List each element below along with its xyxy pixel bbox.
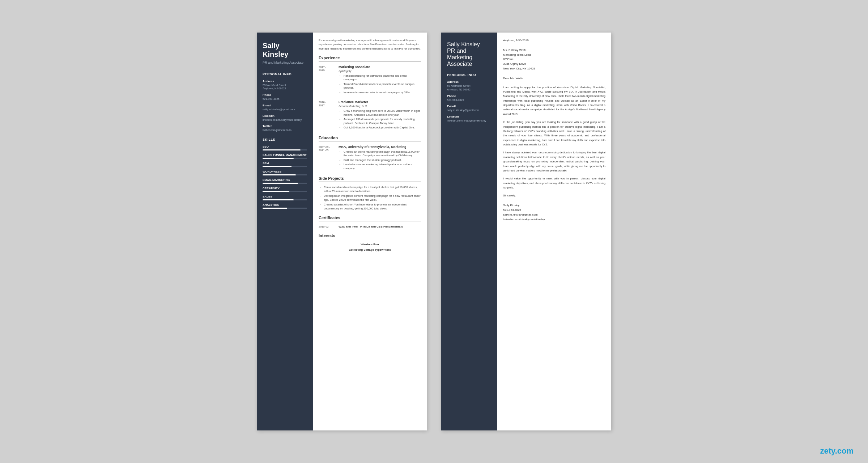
cert-name-1: W3C and Intel - HTML5 and CSS Fundamenta… xyxy=(339,225,403,228)
cover-phone-label: Phone xyxy=(447,94,492,98)
cover-paragraph-1: I am writing to apply for the position o… xyxy=(503,85,605,117)
side-project-item: Developed an integrated content marketin… xyxy=(324,194,421,202)
twitter-value: twitter.com/jaimesecada xyxy=(263,128,307,132)
side-projects-section-title: Side Projects xyxy=(319,176,421,182)
interest-item-1: Warriors Run xyxy=(319,243,421,246)
cover-letter-document: Sally Kinsley PR and Marketing Associate… xyxy=(441,33,611,430)
linkedin-value: linkedin.com/in/sallymariekinsley xyxy=(263,118,307,122)
cover-paragraph-2: In the job listing, you say you are look… xyxy=(503,120,605,147)
cover-date: Anytown, 1/30/2019 xyxy=(503,38,605,43)
recipient-address1: 3035 Ogilvy Drive xyxy=(503,62,526,65)
edu-dates-1: 2007-09 -2011-05 xyxy=(319,145,339,171)
skill-sem: SEM xyxy=(263,162,307,167)
skill-seo: SEO xyxy=(263,145,307,150)
exp-content-2: Freelance Marketer Secada Marketing, LLC… xyxy=(339,100,421,131)
cover-phone-value: 521-963-4825 xyxy=(447,98,492,102)
cover-closing: Sincerely, xyxy=(503,194,605,198)
interest-item-2: Collecting Vintage Typewriters xyxy=(319,248,421,251)
skill-sales: SALES xyxy=(263,195,307,200)
address-label: Address xyxy=(263,80,307,83)
cover-linkedin-value: linkedin.com/in/sallymariekinsley xyxy=(447,119,492,123)
skill-creativity: CREATIVITY xyxy=(263,187,307,192)
zety-branding: zety.com xyxy=(820,446,854,456)
phone-value: 521-963-4825 xyxy=(263,97,307,101)
edu-content-1: MBA, University of Pennsylvania, Marketi… xyxy=(339,145,421,171)
cover-name: Sally Kinsley xyxy=(447,41,492,48)
cover-recipient: Ms. Brittany Wolfe Marketing Team Lead X… xyxy=(503,48,605,71)
exp-title-2: Freelance Marketer xyxy=(339,100,421,104)
zety-logo-text: zety.com xyxy=(820,446,854,455)
education-section-title: Education xyxy=(319,136,421,141)
bullet: Averaged 250 downloads per episode for w… xyxy=(344,118,421,125)
bullet: Handled branding for distributed platfor… xyxy=(344,74,421,82)
exp-dates-2: 2016 -2017 xyxy=(319,100,339,131)
twitter-label: Twitter xyxy=(263,124,307,128)
cover-paragraph-4: I would value the opportunity to meet wi… xyxy=(503,177,605,190)
cover-salutation: Dear Ms. Wolfe: xyxy=(503,76,605,81)
email-value: sally.m.kinsley@gmail.com xyxy=(263,108,307,111)
sig-phone: 521-963-4825 xyxy=(503,208,605,213)
email-label: E-mail xyxy=(263,104,307,107)
cover-address-label: Address xyxy=(447,80,492,84)
skill-sales-funnel: SALES FUNNEL MANAGEMENT xyxy=(263,153,307,159)
documents-container: Sally Kinsley PR and Marketing Associate… xyxy=(257,33,611,430)
linkedin-label: LinkedIn xyxy=(263,114,307,118)
recipient-company: XYZ Inc. xyxy=(503,58,514,61)
cover-address-value: 59 Northfield StreetAnytown, NJ 06022 xyxy=(447,84,492,92)
cover-main: Anytown, 1/30/2019 Ms. Brittany Wolfe Ma… xyxy=(497,33,611,430)
side-project-item: Ran a social media ad campaign for a loc… xyxy=(324,186,421,193)
skill-email-marketing: EMAIL MARKETING xyxy=(263,178,307,184)
cover-title: PR and Marketing Associate xyxy=(447,48,492,67)
edu-bullets-1: Created an online marketing campaign tha… xyxy=(339,150,421,171)
exp-company-1: Spintegrity xyxy=(339,69,421,73)
phone-label: Phone xyxy=(263,93,307,97)
cover-paragraph-3: I have always admired your uncompromisin… xyxy=(503,150,605,173)
cover-signature: Sally Kinsley 521-963-4825 sally.m.kinsl… xyxy=(503,203,605,222)
certificates-section-title: Certificates xyxy=(319,216,421,221)
exp-company-2: Secada Marketing, LLC xyxy=(339,105,421,108)
bullet: Built and managed the student geology po… xyxy=(344,158,421,162)
cover-sidebar: Sally Kinsley PR and Marketing Associate… xyxy=(441,33,497,430)
bullet: Landed a summer marketing internship at … xyxy=(344,163,421,170)
side-projects-list: Ran a social media ad campaign for a loc… xyxy=(319,186,421,211)
bullet: Grew a marketing blog from zero to 25,00… xyxy=(344,109,421,117)
skill-analytics: ANALYTICS xyxy=(263,203,307,209)
recipient-name: Ms. Brittany Wolfe xyxy=(503,48,527,52)
experience-item-1: 2017 -2019 Marketing Associate Spintegri… xyxy=(319,65,421,95)
interests-section-title: Interests xyxy=(319,233,421,239)
bullet: Created an online marketing campaign tha… xyxy=(344,150,421,158)
bullet: Got 3,100 likes for a Facebook promotion… xyxy=(344,126,421,130)
bullet: Trained Brand Ambassadors to promote eve… xyxy=(344,82,421,90)
sig-name: Sally Kinsley xyxy=(503,203,605,208)
resume-summary: Experienced growth marketing manager wit… xyxy=(319,38,421,51)
education-item-1: 2007-09 -2011-05 MBA, University of Penn… xyxy=(319,145,421,171)
skills-heading: Skills xyxy=(263,138,307,141)
resume-title: PR and Marketing Associate xyxy=(263,61,307,65)
bullet: Increased conversion rate for email camp… xyxy=(344,91,421,95)
edu-degree-1: MBA, University of Pennsylvania, Marketi… xyxy=(339,145,421,149)
sig-linkedin: linkedin.com/in/sallymariekinsley xyxy=(503,217,605,222)
resume-name: Sally Kinsley xyxy=(263,41,307,59)
exp-title-1: Marketing Associate xyxy=(339,65,421,69)
cover-email-label: E-mail xyxy=(447,105,492,108)
exp-bullets-2: Grew a marketing blog from zero to 25,00… xyxy=(339,109,421,130)
exp-dates-1: 2017 -2019 xyxy=(319,65,339,95)
cover-personal-info-heading: Personal Info xyxy=(447,73,492,77)
side-project-item: Created a series of short YouTube videos… xyxy=(324,203,421,211)
sig-email: sally.m.kinsley@gmail.com xyxy=(503,213,605,217)
recipient-address2: New York City, NY 10423 xyxy=(503,67,535,70)
resume-sidebar: Sally Kinsley PR and Marketing Associate… xyxy=(257,33,313,430)
resume-document: Sally Kinsley PR and Marketing Associate… xyxy=(257,33,427,430)
exp-content-1: Marketing Associate Spintegrity Handled … xyxy=(339,65,421,95)
exp-bullets-1: Handled branding for distributed platfor… xyxy=(339,74,421,95)
cover-linkedin-label: LinkedIn xyxy=(447,115,492,118)
address-value: 59 Northfield StreetAnytown, NJ 06022 xyxy=(263,84,307,91)
cover-email-value: sally.m.kinsley@gmail.com xyxy=(447,109,492,112)
skill-wordpress: WORDPRESS xyxy=(263,170,307,175)
experience-section-title: Experience xyxy=(319,56,421,61)
resume-main: Experienced growth marketing manager wit… xyxy=(313,33,427,430)
cert-item-1: 2015-02 W3C and Intel - HTML5 and CSS Fu… xyxy=(319,225,421,228)
recipient-title: Marketing Team Lead xyxy=(503,53,531,56)
experience-item-2: 2016 -2017 Freelance Marketer Secada Mar… xyxy=(319,100,421,131)
personal-info-heading: Personal Info xyxy=(263,72,307,76)
